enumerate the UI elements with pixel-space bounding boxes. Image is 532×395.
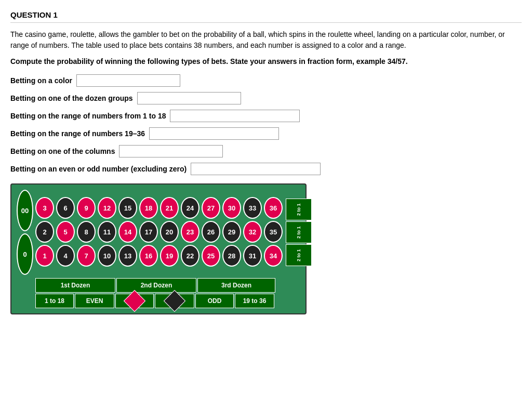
num-oval-1: 1	[35, 245, 54, 267]
bet-19to36: 19 to 36	[235, 294, 274, 308]
num-oval-26: 26	[202, 221, 220, 243]
num-oval-30: 30	[222, 197, 241, 219]
red-diamond-icon	[124, 290, 145, 312]
num-oval-18: 18	[139, 197, 158, 219]
betting-columns-input[interactable]	[119, 145, 223, 157]
num-oval-32: 32	[243, 221, 262, 243]
num-oval-12: 12	[98, 197, 116, 219]
betting-columns-label: Betting on one of the columns	[10, 147, 115, 155]
black-diamond-icon	[164, 290, 185, 312]
roulette-table: 00 0 36912151821242730333625811141720232…	[10, 183, 307, 314]
betting-dozen-label: Betting on one of the dozen groups	[10, 94, 133, 102]
num-oval-23: 23	[181, 221, 200, 243]
numbers-grid: 3691215182124273033362581114172023262932…	[35, 197, 284, 268]
betting-19to36-label: Betting on the range of numbers 19–36	[10, 129, 145, 138]
col-label-1: 2 to 1	[286, 199, 312, 220]
roulette-grid: 00 0 36912151821242730333625811141720232…	[17, 190, 300, 275]
betting-1to18-label: Betting on the range of numbers from 1 t…	[10, 112, 166, 120]
zero-column: 00 0	[17, 190, 33, 275]
betting-columns-row: Betting on one of the columns	[10, 145, 522, 157]
description-text: The casino game, roulette, allows the ga…	[10, 29, 522, 51]
bet-diamond-red	[115, 294, 154, 308]
betting-even-odd-row: Betting on an even or odd number (exclud…	[10, 163, 522, 175]
betting-even-odd-input[interactable]	[191, 163, 321, 175]
num-oval-24: 24	[181, 197, 200, 219]
dozen-row: 1st Dozen 2nd Dozen 3rd Dozen	[35, 278, 300, 293]
num-oval-9: 9	[77, 197, 96, 219]
num-oval-3: 3	[35, 197, 54, 219]
bet-row: 1 to 18 EVEN ODD 19 to 36	[35, 294, 300, 308]
num-oval-14: 14	[118, 221, 137, 243]
col-label-3: 2 to 1	[286, 244, 312, 266]
num-oval-7: 7	[77, 245, 96, 267]
num-oval-16: 16	[139, 245, 158, 267]
num-oval-10: 10	[98, 245, 116, 267]
num-oval-6: 6	[56, 197, 75, 219]
num-oval-21: 21	[160, 197, 179, 219]
num-oval-8: 8	[77, 221, 96, 243]
num-oval-25: 25	[202, 245, 220, 267]
col-labels: 2 to 1 2 to 1 2 to 1	[286, 199, 312, 266]
bet-1to18: 1 to 18	[35, 294, 74, 308]
num-oval-4: 4	[56, 245, 75, 267]
num-oval-36: 36	[264, 197, 283, 219]
num-oval-27: 27	[202, 197, 220, 219]
instruction-text: Compute the probability of winning the f…	[10, 56, 522, 67]
betting-19to36-row: Betting on the range of numbers 19–36	[10, 127, 522, 140]
bet-odd: ODD	[195, 294, 234, 308]
bottom-section: 1st Dozen 2nd Dozen 3rd Dozen 1 to 18 EV…	[17, 278, 300, 308]
betting-even-odd-label: Betting on an even or odd number (exclud…	[10, 165, 187, 173]
num-oval-22: 22	[181, 245, 200, 267]
dozen-3rd: 3rd Dozen	[197, 278, 275, 293]
num-oval-19: 19	[160, 245, 179, 267]
num-oval-13: 13	[118, 245, 137, 267]
num-oval-5: 5	[56, 221, 75, 243]
betting-19to36-input[interactable]	[149, 127, 279, 140]
betting-1to18-input[interactable]	[170, 110, 300, 122]
num-oval-2: 2	[35, 221, 54, 243]
num-oval-17: 17	[139, 221, 158, 243]
num-oval-35: 35	[264, 221, 283, 243]
bet-even: EVEN	[75, 294, 114, 308]
oval-0: 0	[17, 233, 33, 275]
dozen-1st: 1st Dozen	[35, 278, 115, 293]
num-oval-11: 11	[98, 221, 116, 243]
oval-00: 00	[17, 190, 33, 231]
betting-color-input[interactable]	[76, 74, 180, 87]
num-oval-33: 33	[243, 197, 262, 219]
betting-1to18-row: Betting on the range of numbers from 1 t…	[10, 110, 522, 122]
col-label-2: 2 to 1	[286, 221, 312, 243]
dozen-2nd: 2nd Dozen	[116, 278, 196, 293]
betting-color-label: Betting on a color	[10, 76, 72, 85]
betting-color-row: Betting on a color	[10, 74, 522, 87]
num-oval-20: 20	[160, 221, 179, 243]
question-title: QUESTION 1	[10, 10, 522, 23]
betting-dozen-row: Betting on one of the dozen groups	[10, 92, 522, 104]
num-oval-31: 31	[243, 245, 262, 267]
bet-diamond-black	[155, 294, 194, 308]
betting-dozen-input[interactable]	[137, 92, 241, 104]
num-oval-29: 29	[222, 221, 241, 243]
num-oval-15: 15	[118, 197, 137, 219]
num-oval-34: 34	[264, 245, 283, 267]
num-oval-28: 28	[222, 245, 241, 267]
